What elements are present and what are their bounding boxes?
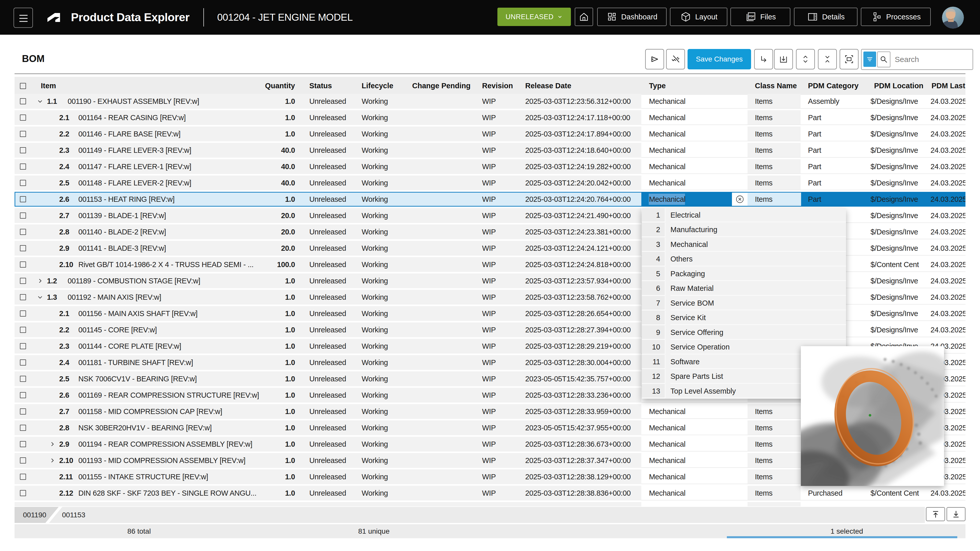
svg-text:PDF: PDF <box>749 15 754 18</box>
